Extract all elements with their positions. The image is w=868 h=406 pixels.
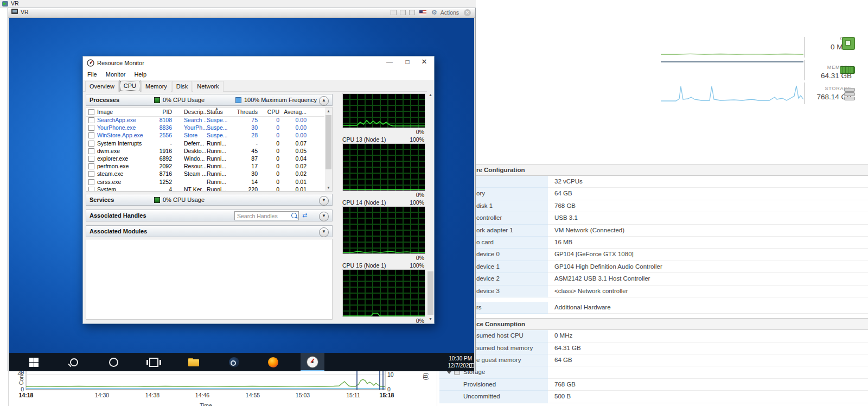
cpu-stat: CPU 0 MHz [831, 36, 852, 51]
row-checkbox[interactable] [88, 179, 94, 185]
cell-cpu: 0 [258, 163, 279, 169]
menu-file[interactable]: File [87, 69, 97, 80]
firefox-icon [268, 357, 278, 367]
console-tab-title[interactable]: VR [11, 0, 19, 7]
console-titlebar[interactable]: VR ⚙ Actions ✕ [8, 8, 475, 18]
console-layout-icon-2[interactable] [400, 10, 406, 15]
start-taskbar-button[interactable] [22, 353, 46, 371]
storage-sparkline-chart [661, 83, 805, 104]
expand-handles-icon[interactable]: ▼ [319, 212, 329, 221]
row-checkbox[interactable] [88, 156, 94, 162]
tab-cpu[interactable]: CPU [119, 80, 141, 92]
process-row[interactable]: SearchApp.exe8108Search ...Suspe...7500.… [86, 116, 324, 124]
row-value: 500 B [548, 391, 868, 403]
row-checkbox[interactable] [88, 163, 94, 169]
actions-menu[interactable]: Actions [441, 9, 459, 16]
row-value: Additional Hardware [548, 302, 868, 314]
select-all-checkbox[interactable] [88, 109, 94, 115]
menu-monitor[interactable]: Monitor [106, 69, 126, 80]
summary-row: ork adapter 1VM Network (Connected) [439, 225, 868, 237]
search-icon[interactable] [291, 213, 297, 218]
row-checkbox[interactable] [88, 187, 94, 191]
file-explorer-taskbar-button[interactable] [182, 353, 206, 371]
column-header-pid[interactable]: PID [145, 109, 172, 115]
cell-cpu: 0 [258, 155, 279, 162]
minimize-button[interactable]: — [381, 56, 398, 68]
cortana-taskbar-button[interactable] [101, 353, 125, 371]
process-row[interactable]: YourPhone.exe8836YourPh...Suspe...3000.0… [86, 124, 324, 131]
task-view-taskbar-button[interactable] [142, 353, 165, 371]
cell-cpu: 0 [258, 179, 279, 185]
summary-row: device 0GP104 [GeForce GTX 1080] [439, 249, 868, 261]
modules-section-header[interactable]: Associated Modules ▼ [86, 225, 333, 237]
cpu-graph-header: CPU 14 (Node 1)100% [342, 199, 425, 206]
cell-pid: 1916 [145, 148, 172, 154]
resmon-title: Resource Monitor [97, 60, 144, 66]
graphs-scrollbar[interactable]: ▲ ▼ [427, 91, 434, 322]
menu-help[interactable]: Help [134, 69, 146, 80]
steam-taskbar-button[interactable] [222, 353, 246, 371]
row-checkbox[interactable] [88, 148, 94, 154]
cell-avg: 0.07 [279, 140, 307, 147]
row-checkbox[interactable] [88, 171, 94, 177]
close-button[interactable]: ✕ [416, 56, 433, 68]
scroll-up-icon[interactable]: ▲ [325, 107, 332, 115]
row-checkbox[interactable] [88, 117, 94, 123]
process-row[interactable]: dwm.exe1916Deskto...Runni...4500.05 [86, 147, 324, 155]
console-layout-icon-1[interactable] [391, 10, 397, 15]
handles-title: Associated Handles [90, 212, 146, 219]
settings-gear-icon[interactable]: ⚙ [431, 9, 437, 16]
column-header-avg[interactable]: Averag... [279, 109, 307, 115]
column-header-thr[interactable]: Threads [231, 109, 258, 115]
x-axis-tick: 14:38 [145, 392, 159, 398]
process-row[interactable]: System Interrupts-Deferr...Runni...-00.0… [86, 139, 324, 147]
row-checkbox[interactable] [88, 141, 94, 147]
process-row[interactable]: steam.exe8716Steam ...Runni...3000.02 [86, 170, 324, 177]
column-header-cpu[interactable]: CPU [258, 109, 279, 115]
tab-network[interactable]: Network [193, 81, 223, 92]
memory-sparkline-chart [661, 60, 805, 80]
row-checkbox[interactable] [88, 125, 94, 131]
cpu-graphs-pane: 0%CPU 13 (Node 1)100%0%CPU 14 (Node 1)10… [338, 91, 428, 323]
graphs-scrollbar-thumb[interactable] [427, 271, 433, 315]
taskbar-clock[interactable]: 10:30 PM 12/7/2020 [448, 355, 473, 369]
x-axis-title: Time [200, 402, 212, 406]
scrollbar-thumb[interactable] [326, 115, 331, 169]
processes-table-header[interactable]: ImagePIDDescrip...StatusThreadsCPUAverag… [86, 107, 324, 117]
graphs-scroll-down-icon[interactable]: ▼ [427, 315, 434, 322]
expand-services-icon[interactable]: ▼ [319, 196, 329, 206]
process-row[interactable]: explorer.exe6892Windo...Runni...8700.04 [86, 155, 324, 162]
refresh-icon[interactable]: ⇄ [302, 212, 307, 219]
tab-memory[interactable]: Memory [141, 81, 171, 92]
processes-section-header[interactable]: Processes 0% CPU Usage 100% Maximum Freq… [86, 94, 333, 106]
summary-row: Uncommitted500 B [439, 391, 868, 403]
process-row[interactable]: WinStore.App.exe2556StoreSuspe...2800.00 [86, 131, 324, 139]
console-close-icon[interactable]: ✕ [464, 9, 471, 16]
resource-monitor-taskbar-button[interactable] [301, 353, 324, 371]
process-row[interactable]: perfmon.exe2092Resour...Runni...1700.02 [86, 162, 324, 170]
search-handles-input[interactable]: Search Handles [234, 211, 299, 220]
console-layout-icon-3[interactable] [409, 10, 415, 15]
start-icon [29, 358, 39, 367]
process-row[interactable]: System4NT Ker...Runni...22000.01 [86, 186, 324, 191]
resmon-titlebar[interactable]: Resource Monitor — □ ✕ [83, 56, 434, 69]
services-section-header[interactable]: Services 0% CPU Usage ▼ [86, 194, 333, 206]
collapse-arrow-icon[interactable] [447, 371, 451, 374]
action-center-icon[interactable] [469, 363, 474, 368]
maximize-button[interactable]: □ [399, 56, 416, 68]
graphs-scroll-up-icon[interactable]: ▲ [427, 91, 434, 98]
scroll-down-icon[interactable]: ▼ [325, 184, 332, 191]
handles-section-header[interactable]: Associated Handles Search Handles ⇄ ▼ [86, 210, 333, 221]
row-value[interactable]: VM Network (Connected) [548, 225, 868, 237]
keyboard-layout-flag-icon[interactable] [419, 10, 426, 15]
cell-thr: 75 [231, 117, 258, 123]
firefox-taskbar-button[interactable] [261, 353, 285, 371]
search-taskbar-button[interactable] [62, 353, 86, 371]
processes-scrollbar[interactable]: ▲ ▼ [325, 107, 332, 191]
process-row[interactable]: csrss.exe1252Runni...1400.01 [86, 178, 324, 186]
tab-disk[interactable]: Disk [172, 81, 192, 92]
row-checkbox[interactable] [88, 132, 94, 138]
collapse-processes-icon[interactable]: ▲ [319, 96, 329, 106]
expand-modules-icon[interactable]: ▼ [319, 227, 329, 237]
tab-overview[interactable]: Overview [85, 81, 119, 92]
